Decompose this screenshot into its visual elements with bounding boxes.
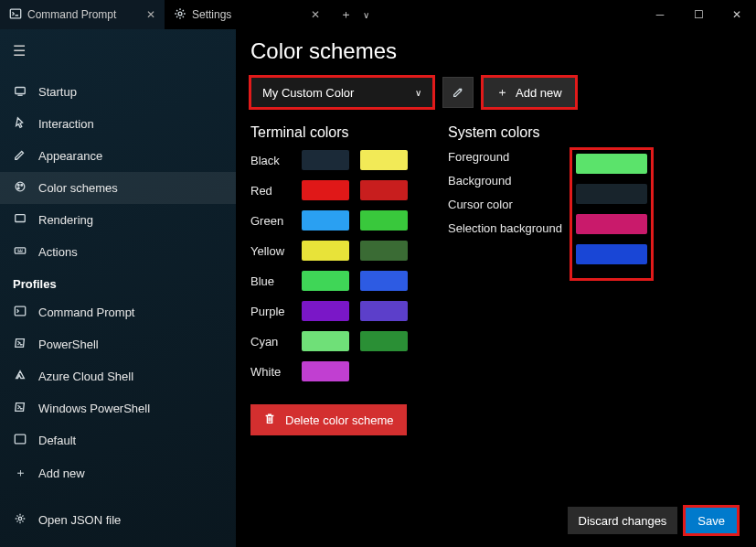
color-swatch-bright[interactable] xyxy=(360,301,408,321)
discard-button[interactable]: Discard changes xyxy=(568,507,678,534)
tab-dropdown-button[interactable]: ∨ xyxy=(363,10,369,20)
maximize-button[interactable]: ☐ xyxy=(679,0,718,29)
tab-controls: ＋ ∨ xyxy=(329,0,380,29)
svg-rect-8 xyxy=(15,248,25,253)
titlebar: Command Prompt ✕ Settings ✕ ＋ ∨ ─ ☐ ✕ xyxy=(0,0,756,29)
color-swatch-dark[interactable] xyxy=(302,361,349,381)
terminal-colors-heading: Terminal colors xyxy=(250,124,408,141)
sidebar-item-label: Rendering xyxy=(38,213,93,227)
sidebar-item-label: Startup xyxy=(38,85,77,99)
powershell-icon xyxy=(13,401,27,416)
save-button[interactable]: Save xyxy=(685,507,738,534)
color-swatch-dark[interactable] xyxy=(302,241,349,261)
svg-rect-10 xyxy=(15,434,25,444)
color-row: Purple xyxy=(250,301,408,321)
hamburger-button[interactable]: ☰ xyxy=(0,35,236,67)
sidebar-item-interaction[interactable]: Interaction xyxy=(0,108,236,140)
color-swatch-dark[interactable] xyxy=(302,271,349,291)
appearance-icon xyxy=(13,148,27,164)
add-new-button[interactable]: ＋ Add new xyxy=(483,77,576,108)
chevron-down-icon: ∨ xyxy=(415,88,421,98)
add-new-label: Add new xyxy=(516,86,562,100)
sidebar-item-color-schemes[interactable]: Color schemes xyxy=(0,172,236,204)
color-swatch-bright[interactable] xyxy=(360,210,408,231)
color-label: Blue xyxy=(250,274,291,288)
close-icon[interactable]: ✕ xyxy=(311,8,320,21)
sidebar-item-appearance[interactable]: Appearance xyxy=(0,140,236,172)
color-row: Blue xyxy=(250,271,408,291)
color-swatch-dark[interactable] xyxy=(302,331,349,351)
color-swatch-bright[interactable] xyxy=(360,361,408,381)
color-swatch-dark[interactable] xyxy=(302,150,349,170)
color-label: Yellow xyxy=(250,244,291,258)
profile-powershell[interactable]: PowerShell xyxy=(0,328,236,360)
gear-icon xyxy=(13,512,27,528)
system-color-label: Foreground xyxy=(448,150,567,164)
svg-point-5 xyxy=(21,184,23,186)
new-tab-button[interactable]: ＋ xyxy=(340,6,352,23)
palette-icon xyxy=(13,180,27,196)
sidebar-item-label: Appearance xyxy=(38,149,102,163)
color-swatch-dark[interactable] xyxy=(302,210,349,231)
profile-command-prompt[interactable]: Command Prompt xyxy=(0,296,236,328)
color-label: White xyxy=(250,365,291,379)
tab-command-prompt[interactable]: Command Prompt ✕ xyxy=(0,0,165,29)
color-swatch-dark[interactable] xyxy=(302,301,349,321)
dropdown-value: My Custom Color xyxy=(262,86,354,100)
azure-icon xyxy=(13,369,27,384)
svg-rect-7 xyxy=(16,215,26,222)
plus-icon: ＋ xyxy=(496,84,508,101)
system-color-label: Cursor color xyxy=(448,198,567,211)
color-swatch-bright[interactable] xyxy=(360,150,408,170)
bottom-bar: Discard changes Save xyxy=(250,494,738,534)
profile-add-new[interactable]: ＋ Add new xyxy=(0,456,236,489)
svg-rect-9 xyxy=(15,306,25,316)
delete-scheme-button[interactable]: Delete color scheme xyxy=(250,404,407,435)
color-label: Black xyxy=(250,154,291,167)
system-color-swatch[interactable] xyxy=(576,154,647,174)
open-json-file[interactable]: Open JSON file xyxy=(0,504,236,536)
color-swatch-bright[interactable] xyxy=(360,271,408,291)
system-colors-column: System colors ForegroundBackgroundCursor… xyxy=(448,124,651,435)
color-swatch-bright[interactable] xyxy=(360,331,408,351)
sidebar-item-actions[interactable]: Actions xyxy=(0,236,236,268)
color-row: Cyan xyxy=(250,331,408,351)
color-swatch-bright[interactable] xyxy=(360,241,408,261)
system-colors-heading: System colors xyxy=(448,124,651,141)
keyboard-icon xyxy=(13,244,27,260)
system-color-swatch[interactable] xyxy=(576,214,647,234)
rename-button[interactable] xyxy=(442,77,474,108)
main-panel: Color schemes My Custom Color ∨ ＋ Add ne… xyxy=(236,29,756,547)
terminal-icon xyxy=(13,433,27,448)
color-label: Cyan xyxy=(250,335,291,349)
color-swatch-bright[interactable] xyxy=(360,180,408,200)
color-label: Green xyxy=(250,214,291,228)
system-color-swatch[interactable] xyxy=(576,244,647,264)
plus-icon: ＋ xyxy=(13,465,27,481)
scheme-dropdown[interactable]: My Custom Color ∨ xyxy=(250,77,433,108)
color-swatch-dark[interactable] xyxy=(302,180,349,200)
minimize-button[interactable]: ─ xyxy=(641,0,679,29)
profile-windows-powershell[interactable]: Windows PowerShell xyxy=(0,392,236,424)
svg-rect-2 xyxy=(16,88,26,94)
system-color-swatch[interactable] xyxy=(576,184,647,204)
color-row: Yellow xyxy=(250,241,408,261)
tab-settings[interactable]: Settings ✕ xyxy=(165,0,329,29)
color-row: Black xyxy=(250,150,408,170)
profile-azure[interactable]: Azure Cloud Shell xyxy=(0,360,236,392)
sidebar-item-rendering[interactable]: Rendering xyxy=(0,204,236,236)
close-window-button[interactable]: ✕ xyxy=(718,0,756,29)
sidebar-item-label: Add new xyxy=(38,467,85,480)
terminal-icon xyxy=(13,305,27,320)
profiles-heading: Profiles xyxy=(0,268,236,296)
color-label: Red xyxy=(250,184,291,198)
svg-point-3 xyxy=(16,182,25,191)
page-title: Color schemes xyxy=(250,38,738,64)
close-icon[interactable]: ✕ xyxy=(146,8,155,21)
color-label: Purple xyxy=(250,305,291,318)
profile-default[interactable]: Default xyxy=(0,424,236,456)
sidebar-item-startup[interactable]: Startup xyxy=(0,76,236,108)
sidebar-item-label: Actions xyxy=(38,245,78,259)
delete-label: Delete color scheme xyxy=(285,413,394,427)
sidebar-item-label: Azure Cloud Shell xyxy=(38,370,133,383)
